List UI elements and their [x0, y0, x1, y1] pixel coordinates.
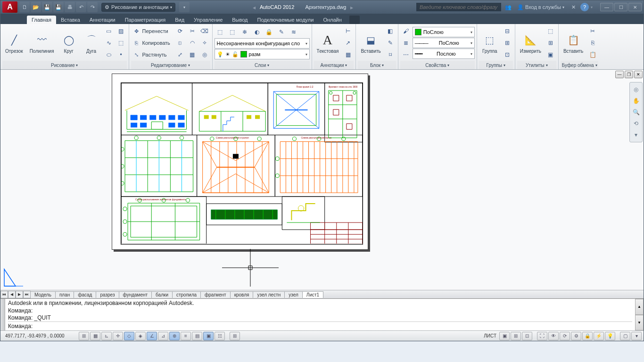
polyline-button[interactable]: 〰Полилиния	[27, 32, 57, 55]
panel-clip-title[interactable]: Буфер обмена	[561, 61, 598, 69]
panel-annot-title[interactable]: Аннотации	[314, 61, 354, 69]
command-input[interactable]	[34, 323, 632, 329]
panel-layers-title[interactable]: Слои	[215, 61, 310, 69]
layout-tab-krovlya[interactable]: кровля	[230, 291, 254, 298]
snap-button[interactable]: ⊞	[79, 332, 89, 340]
layout-tab-fragment[interactable]: фрагмент	[200, 291, 231, 298]
layer-off-icon[interactable]: ◐	[251, 26, 263, 38]
layout-tab-fundament[interactable]: фундамент	[119, 291, 152, 298]
layout-tab-list1[interactable]: Лист1	[302, 291, 323, 298]
panel-util-title[interactable]: Утилиты	[517, 61, 556, 69]
ortho-button[interactable]: ⊾	[101, 332, 112, 340]
line-button[interactable]: ╱Отрезок	[2, 32, 26, 55]
rectangle-icon[interactable]: ▭	[103, 25, 115, 37]
spline-icon[interactable]: ∿	[103, 37, 115, 49]
maximize-vp-button[interactable]: ▣	[499, 332, 510, 340]
tpy-button[interactable]: ▤	[192, 332, 202, 340]
ungroup-icon[interactable]: ⊟	[502, 25, 513, 37]
panel-props-title[interactable]: Свойства	[400, 61, 475, 69]
select-icon[interactable]: ⬚	[545, 25, 556, 37]
layer-lock-icon[interactable]: 🔒	[264, 26, 275, 38]
layout-prev-button[interactable]: ◀	[8, 291, 16, 298]
doc-minimize-button[interactable]: ―	[615, 71, 624, 78]
panel-groups-title[interactable]: Группы	[479, 61, 513, 69]
dyn-button[interactable]: ⊕	[169, 332, 180, 340]
tab-manage[interactable]: Управление	[189, 16, 227, 24]
search-input[interactable]	[416, 3, 501, 11]
block-edit-icon[interactable]: ✎	[385, 37, 396, 49]
panel-draw-title[interactable]: Рисование	[2, 61, 127, 69]
login-button[interactable]: 👤Вход в службы▾	[515, 4, 566, 10]
grid-button[interactable]: ▦	[90, 332, 100, 340]
open-icon[interactable]: 📂	[31, 2, 41, 12]
tab-output[interactable]: Вывод	[227, 16, 252, 24]
panel-block-title[interactable]: Блок	[358, 61, 396, 69]
annoscale-button[interactable]: ⛶	[537, 332, 547, 340]
quickview-drawings-button[interactable]: ⊡	[522, 332, 532, 340]
isolate-button[interactable]: 💡	[605, 332, 615, 340]
tab-plugins[interactable]: Подключаемые модули	[253, 16, 319, 24]
table-icon[interactable]: ▦	[342, 49, 354, 60]
space-label[interactable]: ЛИСТ	[482, 333, 498, 338]
leader-icon[interactable]: ↗	[342, 37, 354, 49]
props-list-icon[interactable]: ≣	[400, 37, 412, 49]
otrack-button[interactable]: ∠	[147, 332, 157, 340]
cmd-scroll-down[interactable]: ▼	[635, 315, 644, 331]
close-button[interactable]: ✕	[628, 3, 642, 11]
zoom-icon[interactable]: 🔍	[631, 107, 641, 117]
props-more-icon[interactable]: ⋯	[400, 49, 412, 60]
fillet-icon[interactable]: ◠	[187, 37, 198, 49]
help-dropdown-icon[interactable]: ▾	[591, 5, 593, 9]
layer-freeze-icon[interactable]: ❄	[239, 26, 250, 38]
linetype-combo[interactable]: ———ПоСлою	[413, 38, 475, 48]
nav-right-icon[interactable]: ▶	[350, 6, 353, 10]
insert-block-button[interactable]: ⬓Вставить	[358, 32, 383, 55]
showmotion-icon[interactable]: ▾	[631, 130, 641, 140]
ribbon-expand-button[interactable]	[349, 16, 360, 24]
hatch-icon[interactable]: ▨	[116, 25, 127, 37]
move-button[interactable]: ✥Перенести	[131, 25, 173, 37]
tab-home[interactable]: Главная	[27, 16, 56, 24]
new-icon[interactable]: 🗋	[19, 2, 30, 12]
layout-tab-fasad[interactable]: фасад	[74, 291, 96, 298]
copy2-icon[interactable]: ⎘	[587, 37, 598, 49]
dim-linear-icon[interactable]: ⊢	[342, 25, 354, 37]
circle-button[interactable]: ◯Круг	[58, 32, 80, 55]
layer-match-icon[interactable]: ≋	[288, 26, 299, 38]
app-logo[interactable]: A	[2, 1, 17, 13]
qat-dropdown[interactable]: ▾	[179, 2, 190, 12]
point-icon[interactable]: •	[116, 49, 127, 60]
qp-button[interactable]: ▣	[203, 332, 214, 340]
copy-button[interactable]: ⎘Копировать	[131, 37, 173, 49]
drawing-area[interactable]: ― ❐ ✕ ◎ ✋ 🔍 ⟲ ▾	[0, 70, 644, 290]
color-combo[interactable]: ПоСлою	[413, 27, 475, 37]
layout-tab-model[interactable]: Модель	[30, 291, 56, 298]
tab-insert[interactable]: Вставка	[56, 16, 85, 24]
command-grip[interactable]	[0, 299, 5, 330]
layout-tab-uzel[interactable]: узел	[284, 291, 303, 298]
maximize-button[interactable]: ☐	[614, 3, 627, 11]
explode-icon[interactable]: ✧	[199, 37, 210, 49]
coords-display[interactable]: 497.7177, -93.4979 , 0.0000	[2, 333, 78, 338]
osnap-button[interactable]: ◇	[124, 332, 134, 340]
tab-annotate[interactable]: Аннотации	[85, 16, 120, 24]
panel-edit-title[interactable]: Редактирование	[131, 61, 210, 69]
cmd-scroll-up[interactable]: ▲	[635, 299, 644, 315]
steering-wheel-icon[interactable]: ◎	[631, 84, 641, 95]
quickview-layouts-button[interactable]: ⊞	[511, 332, 521, 340]
toolbar-lock-button[interactable]: 🔒	[582, 332, 593, 340]
pasteclip-icon[interactable]: 📋	[587, 49, 598, 60]
pan-icon[interactable]: ✋	[631, 96, 641, 106]
exchange-icon[interactable]: ✕	[568, 2, 578, 12]
minimize-button[interactable]: ―	[600, 3, 613, 11]
layout-tab-plan[interactable]: план	[55, 291, 74, 298]
offset-icon[interactable]: ◎	[199, 49, 210, 60]
arc-button[interactable]: ⌒Дуга	[81, 32, 102, 55]
print-icon[interactable]: 🖶	[65, 2, 75, 12]
redo-icon[interactable]: ↷	[87, 2, 98, 12]
saveas-icon[interactable]: 💾	[53, 2, 64, 12]
lineweight-combo[interactable]: ━━━Послою	[413, 49, 475, 59]
annovisibility-button[interactable]: 👁	[548, 332, 559, 340]
scale-icon[interactable]: ⤢	[174, 49, 186, 60]
layer-state-combo[interactable]: Несохраненная конфигурация сло	[215, 38, 310, 49]
